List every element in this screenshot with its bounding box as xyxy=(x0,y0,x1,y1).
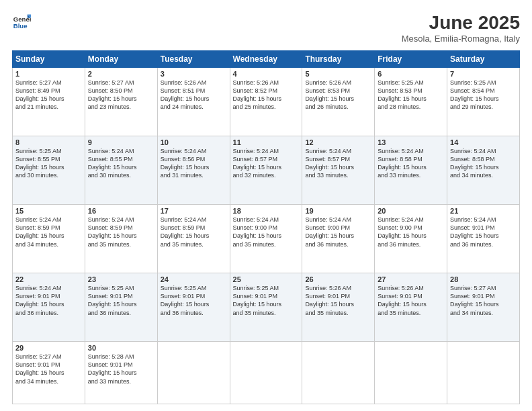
day-number: 6 xyxy=(378,70,444,78)
day-number: 25 xyxy=(233,275,300,283)
table-row: 20Sunrise: 5:24 AM Sunset: 9:00 PM Dayli… xyxy=(375,205,447,273)
page: General Blue June 2025 Mesola, Emilia-Ro… xyxy=(0,0,532,411)
col-tuesday: Tuesday xyxy=(157,51,230,68)
table-row: 7Sunrise: 5:25 AM Sunset: 8:54 PM Daylig… xyxy=(447,68,520,136)
table-row: 9Sunrise: 5:24 AM Sunset: 8:55 PM Daylig… xyxy=(85,136,157,205)
table-row: 24Sunrise: 5:25 AM Sunset: 9:01 PM Dayli… xyxy=(157,273,230,342)
cell-sun-info: Sunrise: 5:24 AM Sunset: 8:57 PM Dayligh… xyxy=(233,147,300,180)
cell-sun-info: Sunrise: 5:26 AM Sunset: 8:51 PM Dayligh… xyxy=(161,79,227,111)
cell-sun-info: Sunrise: 5:24 AM Sunset: 9:00 PM Dayligh… xyxy=(305,216,371,248)
table-row: 12Sunrise: 5:24 AM Sunset: 8:57 PM Dayli… xyxy=(302,136,375,205)
header: General Blue June 2025 Mesola, Emilia-Ro… xyxy=(12,12,520,44)
day-number: 1 xyxy=(15,70,82,78)
table-row: 29Sunrise: 5:27 AM Sunset: 9:01 PM Dayli… xyxy=(13,342,85,404)
table-row: 18Sunrise: 5:24 AM Sunset: 9:00 PM Dayli… xyxy=(230,205,302,273)
day-number: 24 xyxy=(161,275,227,283)
day-number: 22 xyxy=(15,275,82,283)
cell-sun-info: Sunrise: 5:24 AM Sunset: 9:00 PM Dayligh… xyxy=(233,216,300,248)
cell-sun-info: Sunrise: 5:28 AM Sunset: 9:01 PM Dayligh… xyxy=(88,353,154,385)
calendar-week-row: 8Sunrise: 5:25 AM Sunset: 8:55 PM Daylig… xyxy=(13,136,520,205)
cell-sun-info: Sunrise: 5:24 AM Sunset: 8:56 PM Dayligh… xyxy=(161,147,227,180)
day-number: 9 xyxy=(88,138,154,146)
table-row: 27Sunrise: 5:26 AM Sunset: 9:01 PM Dayli… xyxy=(375,273,447,342)
day-number: 7 xyxy=(450,70,517,78)
day-number: 18 xyxy=(233,207,300,215)
table-row: 23Sunrise: 5:25 AM Sunset: 9:01 PM Dayli… xyxy=(85,273,157,342)
day-number: 30 xyxy=(88,344,154,352)
table-row: 22Sunrise: 5:24 AM Sunset: 9:01 PM Dayli… xyxy=(13,273,85,342)
table-row: 15Sunrise: 5:24 AM Sunset: 8:59 PM Dayli… xyxy=(13,205,85,273)
svg-text:Blue: Blue xyxy=(13,22,28,30)
day-number: 16 xyxy=(88,207,154,215)
day-number: 23 xyxy=(88,275,154,283)
day-number: 13 xyxy=(378,138,444,146)
day-number: 28 xyxy=(450,275,517,283)
day-number: 11 xyxy=(233,138,300,146)
cell-sun-info: Sunrise: 5:25 AM Sunset: 8:53 PM Dayligh… xyxy=(378,79,444,111)
day-number: 14 xyxy=(450,138,517,146)
logo: General Blue xyxy=(12,12,31,31)
cell-sun-info: Sunrise: 5:24 AM Sunset: 8:59 PM Dayligh… xyxy=(15,216,82,248)
cell-sun-info: Sunrise: 5:25 AM Sunset: 9:01 PM Dayligh… xyxy=(161,284,227,317)
table-row: 17Sunrise: 5:24 AM Sunset: 8:59 PM Dayli… xyxy=(157,205,230,273)
table-row: 6Sunrise: 5:25 AM Sunset: 8:53 PM Daylig… xyxy=(375,68,447,136)
cell-sun-info: Sunrise: 5:24 AM Sunset: 8:58 PM Dayligh… xyxy=(378,147,444,180)
day-number: 26 xyxy=(305,275,371,283)
table-row: 14Sunrise: 5:24 AM Sunset: 8:58 PM Dayli… xyxy=(447,136,520,205)
cell-sun-info: Sunrise: 5:24 AM Sunset: 8:59 PM Dayligh… xyxy=(88,216,154,248)
cell-sun-info: Sunrise: 5:25 AM Sunset: 8:54 PM Dayligh… xyxy=(450,79,517,111)
cell-sun-info: Sunrise: 5:24 AM Sunset: 9:01 PM Dayligh… xyxy=(450,216,517,248)
cell-sun-info: Sunrise: 5:25 AM Sunset: 9:01 PM Dayligh… xyxy=(233,284,300,317)
calendar-week-row: 22Sunrise: 5:24 AM Sunset: 9:01 PM Dayli… xyxy=(13,273,520,342)
col-friday: Friday xyxy=(375,51,447,68)
header-row: Sunday Monday Tuesday Wednesday Thursday… xyxy=(13,51,520,68)
day-number: 19 xyxy=(305,207,371,215)
col-saturday: Saturday xyxy=(447,51,520,68)
cell-sun-info: Sunrise: 5:26 AM Sunset: 9:01 PM Dayligh… xyxy=(378,284,444,317)
table-row: 1Sunrise: 5:27 AM Sunset: 8:49 PM Daylig… xyxy=(13,68,85,136)
cell-sun-info: Sunrise: 5:26 AM Sunset: 9:01 PM Dayligh… xyxy=(305,284,371,317)
table-row xyxy=(157,342,230,404)
day-number: 12 xyxy=(305,138,371,146)
table-row: 30Sunrise: 5:28 AM Sunset: 9:01 PM Dayli… xyxy=(85,342,157,404)
table-row: 2Sunrise: 5:27 AM Sunset: 8:50 PM Daylig… xyxy=(85,68,157,136)
cell-sun-info: Sunrise: 5:24 AM Sunset: 9:00 PM Dayligh… xyxy=(378,216,444,248)
day-number: 21 xyxy=(450,207,517,215)
table-row: 25Sunrise: 5:25 AM Sunset: 9:01 PM Dayli… xyxy=(230,273,302,342)
table-row: 11Sunrise: 5:24 AM Sunset: 8:57 PM Dayli… xyxy=(230,136,302,205)
cell-sun-info: Sunrise: 5:24 AM Sunset: 8:58 PM Dayligh… xyxy=(450,147,517,180)
location: Mesola, Emilia-Romagna, Italy xyxy=(402,34,520,44)
day-number: 10 xyxy=(161,138,227,146)
col-monday: Monday xyxy=(85,51,157,68)
calendar-week-row: 15Sunrise: 5:24 AM Sunset: 8:59 PM Dayli… xyxy=(13,205,520,273)
table-row: 5Sunrise: 5:26 AM Sunset: 8:53 PM Daylig… xyxy=(302,68,375,136)
day-number: 29 xyxy=(15,344,82,352)
day-number: 20 xyxy=(378,207,444,215)
col-thursday: Thursday xyxy=(302,51,375,68)
month-title: June 2025 xyxy=(402,12,520,34)
cell-sun-info: Sunrise: 5:24 AM Sunset: 8:57 PM Dayligh… xyxy=(305,147,371,180)
cell-sun-info: Sunrise: 5:26 AM Sunset: 8:52 PM Dayligh… xyxy=(233,79,300,111)
table-row xyxy=(230,342,302,404)
day-number: 8 xyxy=(15,138,82,146)
cell-sun-info: Sunrise: 5:25 AM Sunset: 8:55 PM Dayligh… xyxy=(15,147,82,180)
cell-sun-info: Sunrise: 5:24 AM Sunset: 8:55 PM Dayligh… xyxy=(88,147,154,180)
cell-sun-info: Sunrise: 5:25 AM Sunset: 9:01 PM Dayligh… xyxy=(88,284,154,317)
table-row: 28Sunrise: 5:27 AM Sunset: 9:01 PM Dayli… xyxy=(447,273,520,342)
cell-sun-info: Sunrise: 5:27 AM Sunset: 9:01 PM Dayligh… xyxy=(15,353,82,385)
table-row xyxy=(447,342,520,404)
table-row: 26Sunrise: 5:26 AM Sunset: 9:01 PM Dayli… xyxy=(302,273,375,342)
day-number: 3 xyxy=(161,70,227,78)
cell-sun-info: Sunrise: 5:27 AM Sunset: 8:49 PM Dayligh… xyxy=(15,79,82,111)
table-row: 16Sunrise: 5:24 AM Sunset: 8:59 PM Dayli… xyxy=(85,205,157,273)
day-number: 27 xyxy=(378,275,444,283)
table-row: 8Sunrise: 5:25 AM Sunset: 8:55 PM Daylig… xyxy=(13,136,85,205)
day-number: 17 xyxy=(161,207,227,215)
day-number: 5 xyxy=(305,70,371,78)
table-row xyxy=(302,342,375,404)
day-number: 4 xyxy=(233,70,300,78)
table-row xyxy=(375,342,447,404)
col-sunday: Sunday xyxy=(13,51,85,68)
col-wednesday: Wednesday xyxy=(230,51,302,68)
table-row: 3Sunrise: 5:26 AM Sunset: 8:51 PM Daylig… xyxy=(157,68,230,136)
